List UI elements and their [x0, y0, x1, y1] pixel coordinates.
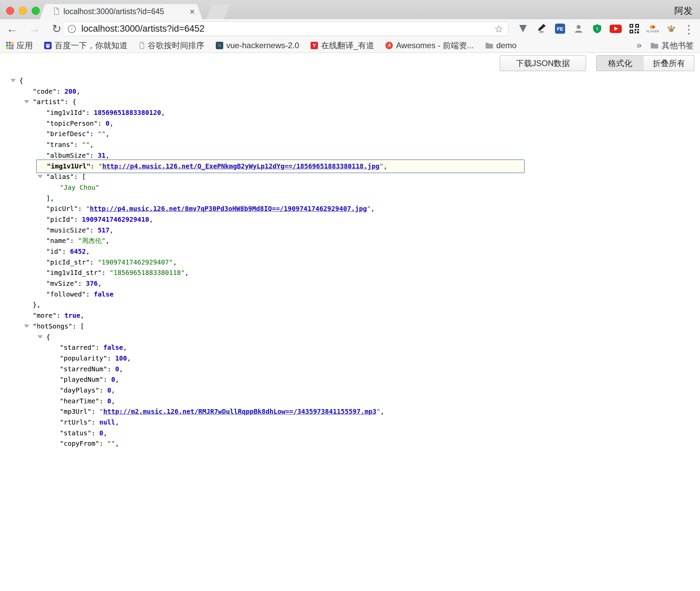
- collapse-triangle-icon[interactable]: [24, 100, 29, 103]
- other-bookmarks-folder[interactable]: 其他书签: [650, 40, 694, 51]
- json-line: "briefDesc": "",: [0, 129, 700, 139]
- json-token: ,: [111, 386, 115, 394]
- json-url-link[interactable]: http://p4.music.126.net/Q_ExePNkmgB2yWyL…: [102, 162, 379, 170]
- json-token: ,: [127, 354, 131, 362]
- address-bar[interactable]: i localhost:3000/artists?id=6452 ☆: [63, 22, 508, 36]
- pennant-extension-icon[interactable]: [517, 25, 529, 32]
- json-token: "rtUrls": [60, 418, 91, 426]
- json-url-link[interactable]: http://m2.music.126.net/RMJR7wDullRqppBk…: [103, 408, 376, 415]
- json-token: "": [107, 440, 115, 447]
- json-token: "albumSize": [46, 152, 90, 159]
- page-favicon-icon: [53, 7, 59, 16]
- json-line: "name": "周杰伦",: [0, 236, 700, 246]
- json-line: "hearTime": 0,: [0, 396, 700, 407]
- browser-tab[interactable]: localhost:3000/artists?id=645 ×: [40, 4, 202, 19]
- baidu-paw-icon: [44, 42, 52, 49]
- json-token: 6452: [70, 248, 86, 255]
- collapse-triangle-icon[interactable]: [37, 335, 43, 339]
- window-controls: [6, 7, 40, 15]
- selected-row-highlight: "img1v1Url": "http://p4.music.126.net/Q_…: [36, 159, 525, 174]
- profile-name[interactable]: 阿发: [674, 5, 693, 17]
- json-line: "topicPerson": 0,: [0, 118, 700, 129]
- bookmark-demo-folder[interactable]: demo: [485, 41, 517, 50]
- json-line: "code": 200,: [0, 86, 700, 97]
- json-token: ,: [161, 109, 165, 117]
- json-line: {: [0, 75, 700, 86]
- json-token: "img1v1Id_str": [46, 269, 101, 277]
- browser-menu-icon[interactable]: ⋮: [683, 23, 695, 36]
- json-token: ,: [98, 280, 102, 287]
- json-token: :: [90, 130, 97, 138]
- json-url-link[interactable]: http://p4.music.126.net/8mv7qP30Pd3oHW8b…: [90, 205, 367, 213]
- minimize-window-button[interactable]: [19, 7, 27, 15]
- json-line: "starredNum": 0,: [0, 364, 700, 375]
- bookmark-star-icon[interactable]: ☆: [494, 23, 503, 35]
- site-info-icon[interactable]: i: [68, 25, 76, 33]
- person-extension-icon[interactable]: [572, 24, 585, 34]
- collapse-triangle-icon[interactable]: [37, 175, 43, 178]
- json-token: ": [98, 162, 103, 170]
- bookmark-awesomes[interactable]: A Awesomes - 前端资...: [385, 40, 473, 51]
- json-token: ,: [111, 397, 115, 405]
- fullscreen-window-button[interactable]: [32, 7, 40, 15]
- json-token: "more": [33, 312, 56, 319]
- json-token: :: [74, 141, 82, 149]
- download-json-button[interactable]: 下载JSON数据: [500, 55, 586, 71]
- collapse-triangle-icon[interactable]: [10, 79, 16, 82]
- json-token: ],: [46, 194, 54, 202]
- json-token: :: [107, 354, 115, 362]
- json-token: },: [33, 301, 40, 309]
- green-shield-extension-icon[interactable]: t: [591, 24, 604, 34]
- bookmark-youdao[interactable]: Y 在线翻译_有道: [311, 40, 374, 51]
- json-line: "musicSize": 517,: [0, 225, 700, 236]
- bookmark-google-sort[interactable]: 谷歌按时间排序: [139, 40, 204, 51]
- tab-close-icon[interactable]: ×: [189, 7, 195, 17]
- json-token: ,: [80, 312, 84, 319]
- json-token: ": [376, 408, 380, 415]
- qr-code-extension-icon[interactable]: [628, 24, 641, 34]
- json-token: :: [91, 418, 99, 426]
- collapse-all-button[interactable]: 折叠所有: [644, 55, 694, 71]
- format-button[interactable]: 格式化: [596, 55, 644, 71]
- bookmark-vue-hackernews[interactable]: V vue-hackernews-2.0: [216, 41, 299, 50]
- json-token: 100: [115, 354, 127, 362]
- json-line: "img1v1Id": 18569651883380120,: [0, 107, 700, 118]
- fe-extension-icon[interactable]: FE: [554, 24, 566, 34]
- json-line: "followed": false: [0, 289, 700, 300]
- page-icon: [139, 42, 145, 49]
- new-tab-button[interactable]: [206, 4, 229, 19]
- paw-extension-icon[interactable]: [665, 24, 678, 34]
- back-icon[interactable]: ←: [5, 22, 19, 35]
- json-token: :: [98, 120, 106, 127]
- youtube-extension-icon[interactable]: [609, 25, 622, 33]
- forward-icon[interactable]: →: [28, 22, 41, 35]
- player-extension-icon[interactable]: PLAYER: [646, 24, 659, 33]
- json-line: },: [0, 300, 700, 310]
- json-line: "img1v1Url": "http://p4.music.126.net/Q_…: [0, 161, 700, 172]
- json-token: "": [82, 141, 90, 149]
- bookmark-baidu[interactable]: 百度一下，你就知道: [44, 40, 127, 51]
- json-token: 0: [106, 120, 110, 127]
- translate-pen-extension-icon[interactable]: en: [535, 24, 548, 34]
- awesomes-icon: A: [385, 42, 393, 49]
- json-token: ,: [380, 408, 384, 415]
- bookmarks-overflow-icon[interactable]: »: [637, 40, 642, 51]
- json-token: ,: [173, 258, 177, 266]
- reload-icon[interactable]: ↻: [50, 22, 63, 35]
- json-token: ,: [383, 162, 387, 170]
- json-token: :: [74, 216, 82, 223]
- json-line: "rtUrls": null,: [0, 417, 700, 428]
- json-token: ": [379, 162, 383, 170]
- json-token: "starredNum": [60, 365, 107, 373]
- json-token: "id": [46, 248, 62, 255]
- collapse-triangle-icon[interactable]: [24, 324, 29, 328]
- json-token: :: [91, 429, 99, 437]
- json-line: "starred": false,: [0, 342, 700, 353]
- json-token: false: [103, 344, 123, 351]
- json-line: "dayPlays": 0,: [0, 385, 700, 396]
- json-token: : [: [74, 173, 86, 181]
- bookmark-apps[interactable]: 应用: [6, 40, 33, 51]
- json-token: 0: [115, 365, 119, 373]
- close-window-button[interactable]: [6, 7, 14, 15]
- json-token: :: [99, 386, 107, 394]
